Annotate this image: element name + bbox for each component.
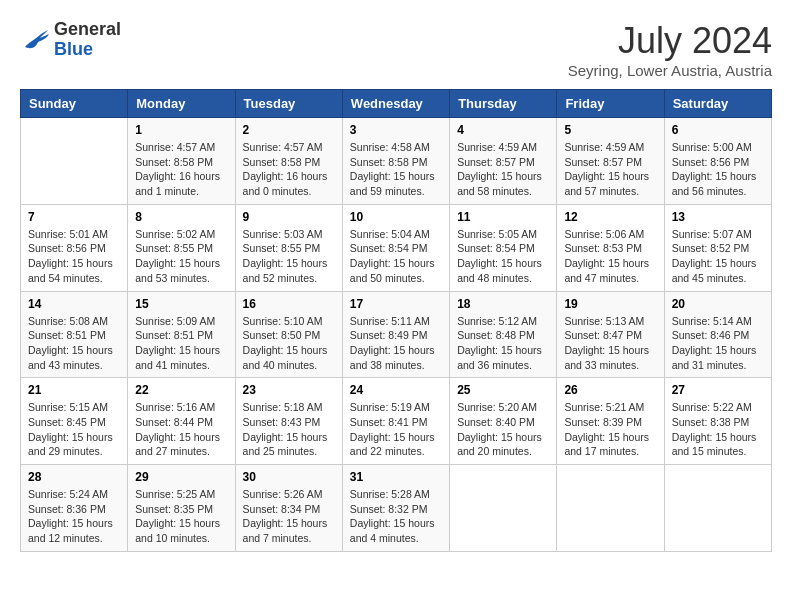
day-info: Sunrise: 5:20 AM Sunset: 8:40 PM Dayligh… [457,400,549,459]
day-info: Sunrise: 5:10 AM Sunset: 8:50 PM Dayligh… [243,314,335,373]
calendar-cell: 22Sunrise: 5:16 AM Sunset: 8:44 PM Dayli… [128,378,235,465]
day-number: 22 [135,383,227,397]
day-info: Sunrise: 5:11 AM Sunset: 8:49 PM Dayligh… [350,314,442,373]
calendar-cell: 29Sunrise: 5:25 AM Sunset: 8:35 PM Dayli… [128,465,235,552]
calendar-cell: 13Sunrise: 5:07 AM Sunset: 8:52 PM Dayli… [664,204,771,291]
calendar-cell: 9Sunrise: 5:03 AM Sunset: 8:55 PM Daylig… [235,204,342,291]
logo: General Blue [20,20,121,60]
day-number: 17 [350,297,442,311]
column-header-monday: Monday [128,90,235,118]
day-info: Sunrise: 5:09 AM Sunset: 8:51 PM Dayligh… [135,314,227,373]
calendar-week-row: 21Sunrise: 5:15 AM Sunset: 8:45 PM Dayli… [21,378,772,465]
day-info: Sunrise: 4:57 AM Sunset: 8:58 PM Dayligh… [243,140,335,199]
day-number: 23 [243,383,335,397]
calendar-cell: 20Sunrise: 5:14 AM Sunset: 8:46 PM Dayli… [664,291,771,378]
day-number: 4 [457,123,549,137]
day-number: 5 [564,123,656,137]
day-number: 14 [28,297,120,311]
day-number: 30 [243,470,335,484]
column-header-tuesday: Tuesday [235,90,342,118]
day-info: Sunrise: 5:06 AM Sunset: 8:53 PM Dayligh… [564,227,656,286]
day-number: 24 [350,383,442,397]
calendar-cell: 1Sunrise: 4:57 AM Sunset: 8:58 PM Daylig… [128,118,235,205]
header-row: SundayMondayTuesdayWednesdayThursdayFrid… [21,90,772,118]
day-info: Sunrise: 5:00 AM Sunset: 8:56 PM Dayligh… [672,140,764,199]
calendar-cell: 23Sunrise: 5:18 AM Sunset: 8:43 PM Dayli… [235,378,342,465]
day-number: 19 [564,297,656,311]
day-info: Sunrise: 4:59 AM Sunset: 8:57 PM Dayligh… [457,140,549,199]
calendar-body: 1Sunrise: 4:57 AM Sunset: 8:58 PM Daylig… [21,118,772,552]
day-info: Sunrise: 5:25 AM Sunset: 8:35 PM Dayligh… [135,487,227,546]
day-number: 8 [135,210,227,224]
day-number: 25 [457,383,549,397]
day-info: Sunrise: 5:07 AM Sunset: 8:52 PM Dayligh… [672,227,764,286]
day-number: 6 [672,123,764,137]
calendar-cell [557,465,664,552]
day-number: 31 [350,470,442,484]
calendar-cell: 18Sunrise: 5:12 AM Sunset: 8:48 PM Dayli… [450,291,557,378]
day-info: Sunrise: 5:24 AM Sunset: 8:36 PM Dayligh… [28,487,120,546]
day-info: Sunrise: 5:03 AM Sunset: 8:55 PM Dayligh… [243,227,335,286]
calendar-cell: 12Sunrise: 5:06 AM Sunset: 8:53 PM Dayli… [557,204,664,291]
day-number: 27 [672,383,764,397]
day-info: Sunrise: 5:21 AM Sunset: 8:39 PM Dayligh… [564,400,656,459]
calendar-cell: 11Sunrise: 5:05 AM Sunset: 8:54 PM Dayli… [450,204,557,291]
day-info: Sunrise: 5:14 AM Sunset: 8:46 PM Dayligh… [672,314,764,373]
calendar-cell: 25Sunrise: 5:20 AM Sunset: 8:40 PM Dayli… [450,378,557,465]
calendar-cell: 27Sunrise: 5:22 AM Sunset: 8:38 PM Dayli… [664,378,771,465]
day-number: 9 [243,210,335,224]
calendar-cell: 14Sunrise: 5:08 AM Sunset: 8:51 PM Dayli… [21,291,128,378]
calendar-cell: 19Sunrise: 5:13 AM Sunset: 8:47 PM Dayli… [557,291,664,378]
day-info: Sunrise: 5:12 AM Sunset: 8:48 PM Dayligh… [457,314,549,373]
day-number: 26 [564,383,656,397]
day-number: 29 [135,470,227,484]
day-info: Sunrise: 4:58 AM Sunset: 8:58 PM Dayligh… [350,140,442,199]
column-header-wednesday: Wednesday [342,90,449,118]
day-number: 12 [564,210,656,224]
day-info: Sunrise: 5:08 AM Sunset: 8:51 PM Dayligh… [28,314,120,373]
calendar-table: SundayMondayTuesdayWednesdayThursdayFrid… [20,89,772,552]
calendar-cell [664,465,771,552]
day-number: 13 [672,210,764,224]
location-text: Seyring, Lower Austria, Austria [568,62,772,79]
calendar-week-row: 14Sunrise: 5:08 AM Sunset: 8:51 PM Dayli… [21,291,772,378]
calendar-week-row: 7Sunrise: 5:01 AM Sunset: 8:56 PM Daylig… [21,204,772,291]
day-info: Sunrise: 4:57 AM Sunset: 8:58 PM Dayligh… [135,140,227,199]
calendar-cell: 15Sunrise: 5:09 AM Sunset: 8:51 PM Dayli… [128,291,235,378]
calendar-cell: 16Sunrise: 5:10 AM Sunset: 8:50 PM Dayli… [235,291,342,378]
calendar-cell: 2Sunrise: 4:57 AM Sunset: 8:58 PM Daylig… [235,118,342,205]
day-number: 28 [28,470,120,484]
column-header-sunday: Sunday [21,90,128,118]
calendar-cell: 7Sunrise: 5:01 AM Sunset: 8:56 PM Daylig… [21,204,128,291]
calendar-cell: 10Sunrise: 5:04 AM Sunset: 8:54 PM Dayli… [342,204,449,291]
day-info: Sunrise: 5:18 AM Sunset: 8:43 PM Dayligh… [243,400,335,459]
calendar-cell: 8Sunrise: 5:02 AM Sunset: 8:55 PM Daylig… [128,204,235,291]
calendar-cell: 3Sunrise: 4:58 AM Sunset: 8:58 PM Daylig… [342,118,449,205]
calendar-cell: 17Sunrise: 5:11 AM Sunset: 8:49 PM Dayli… [342,291,449,378]
calendar-cell: 26Sunrise: 5:21 AM Sunset: 8:39 PM Dayli… [557,378,664,465]
day-info: Sunrise: 5:28 AM Sunset: 8:32 PM Dayligh… [350,487,442,546]
calendar-cell: 24Sunrise: 5:19 AM Sunset: 8:41 PM Dayli… [342,378,449,465]
day-number: 21 [28,383,120,397]
calendar-cell: 21Sunrise: 5:15 AM Sunset: 8:45 PM Dayli… [21,378,128,465]
month-year-heading: July 2024 [568,20,772,62]
calendar-cell: 6Sunrise: 5:00 AM Sunset: 8:56 PM Daylig… [664,118,771,205]
day-info: Sunrise: 5:02 AM Sunset: 8:55 PM Dayligh… [135,227,227,286]
column-header-friday: Friday [557,90,664,118]
column-header-thursday: Thursday [450,90,557,118]
calendar-cell: 28Sunrise: 5:24 AM Sunset: 8:36 PM Dayli… [21,465,128,552]
day-number: 10 [350,210,442,224]
calendar-cell: 30Sunrise: 5:26 AM Sunset: 8:34 PM Dayli… [235,465,342,552]
day-number: 3 [350,123,442,137]
calendar-week-row: 28Sunrise: 5:24 AM Sunset: 8:36 PM Dayli… [21,465,772,552]
day-number: 20 [672,297,764,311]
day-info: Sunrise: 5:13 AM Sunset: 8:47 PM Dayligh… [564,314,656,373]
day-number: 18 [457,297,549,311]
logo-blue-text: Blue [54,40,121,60]
day-info: Sunrise: 5:04 AM Sunset: 8:54 PM Dayligh… [350,227,442,286]
day-info: Sunrise: 5:15 AM Sunset: 8:45 PM Dayligh… [28,400,120,459]
logo-general-text: General [54,20,121,40]
calendar-cell: 5Sunrise: 4:59 AM Sunset: 8:57 PM Daylig… [557,118,664,205]
day-info: Sunrise: 5:19 AM Sunset: 8:41 PM Dayligh… [350,400,442,459]
logo-bird-icon [20,25,50,55]
